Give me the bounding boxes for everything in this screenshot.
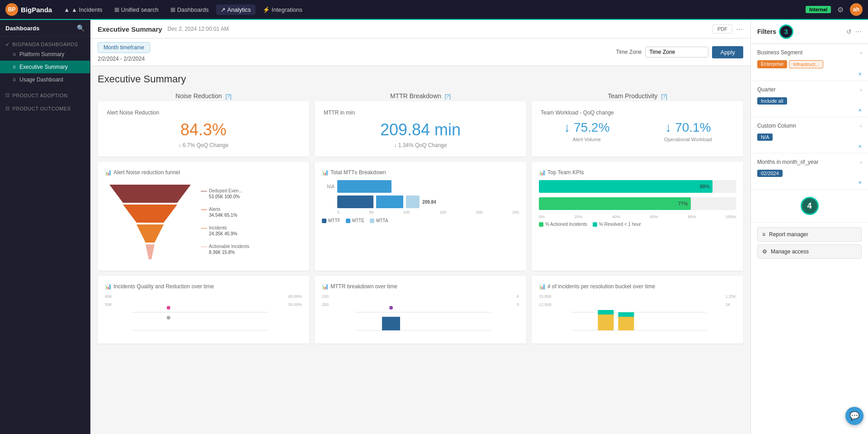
logo[interactable]: BP BigPanda — [5, 3, 52, 16]
noise-reduction-sub: ↓ 6.7% QoQ Change — [107, 142, 300, 148]
operational-workload-metric: ↓ 70.1% Operational Workload — [642, 120, 734, 142]
custom-column-header[interactable]: Custom Column › — [757, 121, 862, 131]
op-workload-val: ↓ 70.1% — [642, 120, 734, 135]
filter-section-business-segment: Business Segment › Enterprise Infrastruc… — [751, 44, 868, 81]
team-metrics: ↓ 75.2% Alert Volume ↓ 70.1% Operational… — [541, 120, 734, 142]
nav-item-search[interactable]: ⊞ Unified search — [110, 5, 163, 15]
chat-bubble[interactable]: 💬 — [845, 407, 863, 425]
logo-icon: BP — [5, 3, 18, 16]
kpi-bar-bg-0: 88% — [539, 180, 736, 193]
sidebar-section-bigpanda: ↙ BigPanda Dashboards ≡ Platform Summary… — [0, 37, 90, 88]
filter-more-button[interactable]: ⋯ — [855, 28, 862, 35]
mttr-bar-row-main: 209.84 — [322, 196, 519, 208]
sidebar-section-product-outcomes: ⊡ Product Outcomes — [0, 101, 90, 114]
kpi-bar-pct-1: 77% — [678, 201, 688, 206]
sidebar-item-platform-summary[interactable]: ≡ Platform Summary — [0, 48, 90, 61]
funnel-legend-item-0: — Deduped Even... 53.05K 100.0% — [201, 187, 250, 199]
filter-tag-na[interactable]: N/A — [757, 134, 773, 141]
mttr-bar-mtte — [376, 196, 403, 208]
nav-item-integrations[interactable]: ⚡ Integrations — [258, 5, 307, 15]
avatar[interactable]: ah — [850, 3, 863, 16]
usage-dashboard-icon: ≡ — [13, 76, 16, 83]
filter-tag-include-all[interactable]: Include all — [757, 97, 787, 105]
timezone-select[interactable]: Time Zone UTC America/New_York Europe/Lo… — [645, 47, 708, 57]
sidebar-item-usage-dashboard[interactable]: ≡ Usage Dashboard — [0, 73, 90, 86]
incidents-quality-title: 📊 Incidents Quality and Reduction over t… — [105, 283, 302, 290]
nav-item-incidents[interactable]: ▲ ▲ Incidents — [59, 5, 107, 15]
svg-marker-1 — [123, 205, 177, 223]
pdf-button[interactable]: PDF — [712, 24, 732, 33]
filter-tag-month[interactable]: 02/2024 — [757, 170, 783, 177]
sidebar-section-product-adoption: ⊡ Product Adoption — [0, 88, 90, 101]
report-manager-button[interactable]: ≡ Report manager — [757, 227, 862, 242]
filter-section-months: Months in month_of_year › 02/2024 ✕ — [751, 153, 868, 190]
filter-section-custom-column: Custom Column › N/A ✕ — [751, 117, 868, 153]
business-segment-clear[interactable]: ✕ — [858, 72, 862, 76]
filter-header-actions: ↺ ⋯ — [846, 28, 862, 35]
kpi-bar-pct-0: 88% — [700, 184, 710, 189]
logo-text: BigPanda — [21, 6, 52, 14]
sidebar-group-product-adoption[interactable]: ⊡ Product Adoption — [0, 90, 90, 99]
mttr-over-time-chart — [329, 294, 517, 335]
nav-item-analytics[interactable]: ↗ Analytics — [216, 5, 255, 15]
months-clear[interactable]: ✕ — [858, 180, 862, 185]
settings-icon[interactable]: ⚙ — [834, 4, 847, 16]
sidebar-group-product-outcomes[interactable]: ⊡ Product Outcomes — [0, 103, 90, 112]
filter-title: Filters — [757, 28, 776, 35]
mttr-bar-mttf — [337, 196, 373, 208]
team-productivity-help[interactable]: [?] — [661, 93, 667, 100]
resolved-color — [593, 222, 597, 227]
months-tags: 02/2024 — [757, 170, 862, 177]
incidents-resolution-title: 📊 # of incidents per resolution bucket o… — [539, 283, 736, 290]
custom-column-clear[interactable]: ✕ — [858, 144, 862, 149]
svg-point-7 — [167, 316, 170, 320]
funnel-chart-title: 📊 Alert Noise reduction funnel — [105, 169, 302, 176]
svg-rect-15 — [598, 310, 613, 315]
manage-access-button[interactable]: ⚙ Manage access — [757, 244, 862, 259]
more-options-button[interactable]: ⋯ — [736, 25, 743, 33]
funnel-chart-icon: 📊 — [105, 169, 112, 176]
mttr-breakdown-card: 📊 Total MTTx Breakdown N\A — [315, 162, 526, 271]
months-header[interactable]: Months in month_of_year › — [757, 157, 862, 167]
page-title: Executive Summary — [98, 73, 743, 85]
mtte-color — [346, 219, 350, 223]
actioned-color — [539, 222, 543, 227]
svg-point-10 — [389, 306, 393, 310]
kpi-bar-fill-0: 88% — [539, 180, 712, 193]
svg-marker-2 — [137, 224, 164, 243]
sidebar-search-button[interactable]: 🔍 — [77, 24, 85, 32]
business-segment-header[interactable]: Business Segment › — [757, 48, 862, 57]
kpi-bars: 88% 77% — [539, 180, 736, 210]
team-workload-title: Team Workload - QoQ change — [541, 110, 734, 116]
filter-refresh-button[interactable]: ↺ — [846, 28, 852, 35]
custom-column-tags: N/A — [757, 134, 862, 141]
executive-summary-icon: ≡ — [13, 64, 16, 70]
mttr-header: MTTR Breakdown [?] — [390, 92, 451, 100]
filter-tag-infrastructure[interactable]: Infrastruct... — [789, 60, 823, 68]
quarter-header[interactable]: Quarter › — [757, 85, 862, 95]
timezone-label: Time Zone — [616, 49, 642, 55]
mttr-breakdown-title: 📊 Total MTTx Breakdown — [322, 169, 519, 176]
incidents-resolution-icon: 📊 — [539, 283, 546, 290]
sidebar-item-executive-summary[interactable]: ≡ Executive Summary — [0, 61, 90, 73]
funnel-chart-content: — Deduped Even... 53.05K 100.0% — Alerts — [105, 180, 302, 262]
legend-mtta: MTTA — [370, 218, 388, 223]
funnel-legend-item-2: — Incidents 24.35K 45.9% — [201, 224, 250, 236]
mtta-color — [370, 219, 374, 223]
team-productivity-header: Team Productivity [?] — [608, 92, 667, 100]
nav-item-dashboards[interactable]: ⊞ Dashboards — [166, 5, 213, 15]
circle-badge-4: 4 — [801, 197, 819, 215]
funnel-legend: — Deduped Even... 53.05K 100.0% — Alerts — [201, 187, 250, 255]
custom-column-label: Custom Column — [757, 123, 796, 129]
svg-rect-14 — [598, 315, 613, 330]
apply-button[interactable]: Apply — [712, 46, 743, 58]
noise-reduction-help[interactable]: [?] — [226, 93, 231, 100]
sidebar-group-bigpanda[interactable]: ↙ BigPanda Dashboards — [0, 38, 90, 48]
timeframe-label[interactable]: Month timeframe — [98, 42, 150, 53]
filter-tag-enterprise[interactable]: Enterprise — [757, 60, 787, 68]
quarter-clear[interactable]: ✕ — [858, 108, 862, 113]
legend-mtte: MTTE — [346, 218, 364, 223]
noise-reduction-header: Noise Reduction [?] — [175, 92, 231, 100]
mttr-help[interactable]: [?] — [445, 93, 451, 100]
legend-actioned: % Actioned Incidents — [539, 222, 587, 227]
